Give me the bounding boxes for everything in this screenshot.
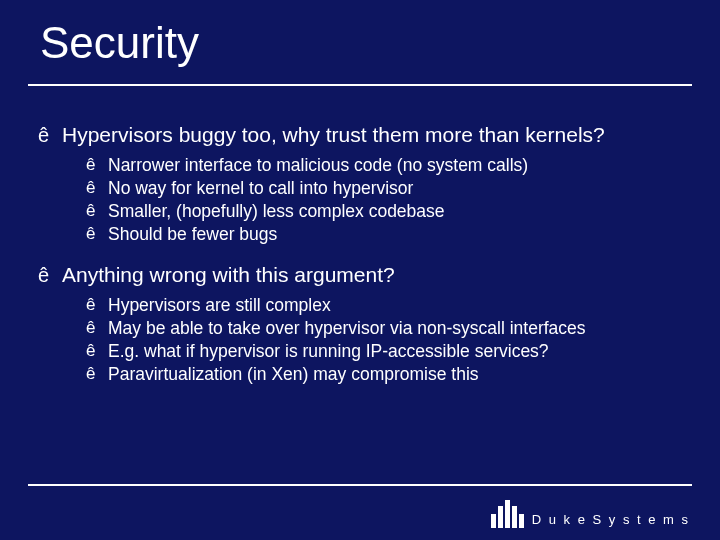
slide-title: Security (40, 18, 199, 68)
bullet-icon: ê (86, 317, 108, 339)
logo-icon (491, 500, 524, 528)
list-item-text: Hypervisors buggy too, why trust them mo… (62, 122, 605, 148)
bullet-icon: ê (38, 122, 62, 148)
bullet-icon: ê (86, 177, 108, 199)
list-subitem-text: Should be fewer bugs (108, 223, 277, 245)
spacer (38, 246, 688, 256)
list-subitem: ê Smaller, (hopefully) less complex code… (86, 200, 688, 222)
list-subitem: ê E.g. what if hypervisor is running IP-… (86, 340, 688, 362)
bullet-icon: ê (86, 200, 108, 222)
list-item-text: Anything wrong with this argument? (62, 262, 395, 288)
bullet-icon: ê (86, 340, 108, 362)
title-underline (28, 84, 692, 86)
list-subitem-text: Paravirtualization (in Xen) may compromi… (108, 363, 479, 385)
footer-rule (28, 484, 692, 486)
list-item: ê Anything wrong with this argument? (38, 262, 688, 288)
list-subitem: ê May be able to take over hypervisor vi… (86, 317, 688, 339)
logo-text: D u k e S y s t e m s (532, 512, 690, 528)
list-subitem-text: E.g. what if hypervisor is running IP-ac… (108, 340, 549, 362)
bullet-icon: ê (86, 363, 108, 385)
list-subitem-text: No way for kernel to call into hyperviso… (108, 177, 413, 199)
footer-logo: D u k e S y s t e m s (491, 500, 690, 528)
list-subitem: ê Narrower interface to malicious code (… (86, 154, 688, 176)
list-subitem-text: Narrower interface to malicious code (no… (108, 154, 528, 176)
slide: Security ê Hypervisors buggy too, why tr… (0, 0, 720, 540)
list-subitem: ê No way for kernel to call into hypervi… (86, 177, 688, 199)
list-subitem: ê Paravirtualization (in Xen) may compro… (86, 363, 688, 385)
bullet-icon: ê (86, 154, 108, 176)
bullet-icon: ê (38, 262, 62, 288)
slide-content: ê Hypervisors buggy too, why trust them … (38, 116, 688, 386)
list-subitem: ê Should be fewer bugs (86, 223, 688, 245)
list-item: ê Hypervisors buggy too, why trust them … (38, 122, 688, 148)
list-subitem: ê Hypervisors are still complex (86, 294, 688, 316)
list-subitem-text: May be able to take over hypervisor via … (108, 317, 586, 339)
bullet-icon: ê (86, 294, 108, 316)
bullet-icon: ê (86, 223, 108, 245)
list-subitem-text: Hypervisors are still complex (108, 294, 331, 316)
list-subitem-text: Smaller, (hopefully) less complex codeba… (108, 200, 445, 222)
